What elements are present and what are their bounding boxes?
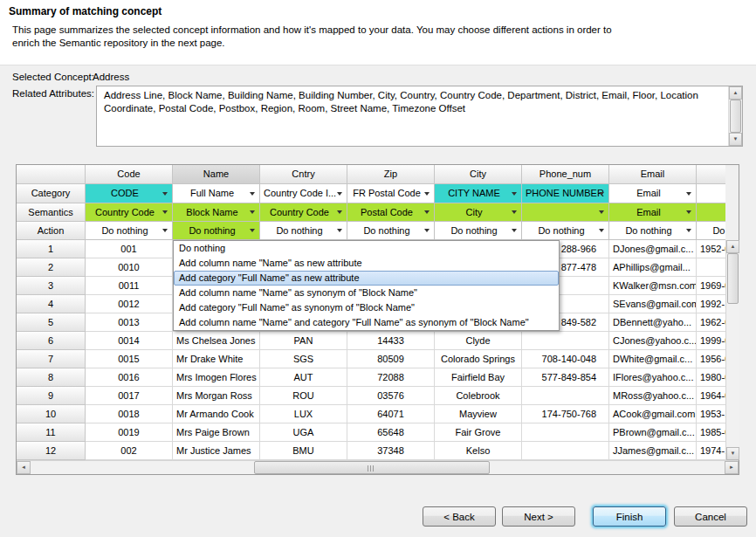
- column-header-name: Name: [173, 165, 260, 184]
- category-combo-zip[interactable]: FR Postal Code: [347, 184, 435, 203]
- chevron-down-icon: [162, 229, 168, 232]
- column-header-cntry: Cntry: [260, 165, 347, 184]
- chevron-down-icon: [337, 210, 342, 214]
- related-attributes-text: Address Line, Block Name, Building Name,…: [104, 89, 721, 115]
- cell-zip: 65648: [347, 423, 435, 442]
- row-number: 10: [17, 405, 86, 423]
- cell-phone: [522, 332, 609, 350]
- action-combo-zip[interactable]: Do nothing: [347, 222, 435, 240]
- semantics-combo-code[interactable]: Country Code: [86, 203, 173, 222]
- action-combo-cntry[interactable]: Do nothing: [260, 222, 347, 240]
- cell-zip: 37348: [347, 442, 435, 460]
- cell-city: Colebrook: [435, 387, 522, 405]
- selected-concept-label: Selected Concept:: [12, 72, 94, 82]
- action-combo-email[interactable]: Do nothing: [609, 222, 697, 240]
- cell-name: Mr Justice James: [173, 442, 260, 460]
- semantics-combo-cntry[interactable]: Country Code: [260, 203, 347, 222]
- action-combo-code[interactable]: Do nothing: [86, 222, 173, 240]
- cell-phone: [522, 387, 609, 405]
- scroll-down-icon[interactable]: [726, 447, 739, 460]
- scroll-right-icon[interactable]: [725, 461, 739, 474]
- corner-cell: [17, 165, 86, 184]
- scroll-up-icon[interactable]: [726, 240, 739, 253]
- cell-city: Kelso: [435, 442, 522, 460]
- cell-name: Mrs Paige Brown: [173, 423, 260, 442]
- cell-country: SGS: [260, 350, 347, 368]
- category-combo-name[interactable]: Full Name: [173, 184, 260, 203]
- cell-code: 0012: [86, 295, 173, 313]
- row-number: 11: [17, 423, 86, 442]
- cell-email: IFlores@yahoo.c...: [609, 368, 697, 387]
- attributes-scrollbar[interactable]: [728, 86, 742, 146]
- cell-email: JJames@gmail.c...: [609, 442, 697, 460]
- cell-email: DJones@gmail.c...: [609, 240, 697, 258]
- chevron-down-icon: [599, 229, 604, 232]
- cell-phone: 708-140-048: [522, 350, 609, 368]
- cell-email: PBrown@gmail.c...: [609, 423, 697, 442]
- table-hscrollbar[interactable]: [17, 460, 739, 474]
- chevron-down-icon: [599, 192, 604, 196]
- cell-name: Ms Chelsea Jones: [173, 332, 260, 350]
- menu-item[interactable]: Add column name "Name" and category "Ful…: [174, 315, 559, 330]
- cell-extra: [697, 258, 725, 277]
- related-attributes-label: Related Attributes:: [12, 88, 94, 99]
- menu-item[interactable]: Add column name "Name" as synonym of "Bl…: [174, 286, 559, 300]
- cell-code: 001: [86, 240, 173, 258]
- cell-code: 0019: [86, 423, 173, 442]
- category-combo-city[interactable]: CITY NAME: [435, 184, 522, 203]
- semantics-combo-name[interactable]: Block Name: [173, 203, 260, 222]
- semantics-combo-city[interactable]: City: [435, 203, 522, 222]
- action-combo-city[interactable]: Do nothing: [435, 222, 522, 240]
- semantics-combo-zip[interactable]: Postal Code: [347, 203, 435, 222]
- scroll-up-icon[interactable]: [729, 86, 742, 100]
- chevron-down-icon: [686, 210, 691, 214]
- scroll-down-icon[interactable]: [729, 133, 742, 146]
- cell-extra: 1980-0: [697, 368, 725, 387]
- action-combo-name[interactable]: Do nothing: [173, 222, 260, 240]
- scrollbar-thumb[interactable]: [730, 100, 741, 133]
- semantics-combo-extra[interactable]: [697, 203, 725, 222]
- semantics-row: Semantics Country Code Block Name Countr…: [17, 203, 725, 222]
- cell-zip: 80509: [347, 350, 435, 368]
- category-combo-extra[interactable]: [697, 184, 725, 203]
- menu-item[interactable]: Add category "Full Name" as synonym of "…: [174, 300, 559, 315]
- cell-name: Mr Drake White: [173, 350, 260, 368]
- back-button[interactable]: < Back: [423, 506, 496, 527]
- column-header-zip: Zip: [347, 165, 435, 184]
- menu-item[interactable]: Add column name "Name" as new attribute: [174, 256, 559, 271]
- semantics-combo-email[interactable]: Email: [609, 203, 697, 222]
- chevron-down-icon: [424, 210, 430, 214]
- cell-extra: 1992-1: [697, 295, 725, 313]
- category-combo-email[interactable]: Email: [609, 184, 697, 203]
- cell-email: SEvans@gmail.com: [609, 295, 697, 313]
- menu-item[interactable]: Add category "Full Name" as new attribut…: [174, 271, 559, 286]
- cell-extra: 1962-0: [697, 313, 725, 332]
- action-combo-extra[interactable]: Do nothing: [697, 222, 725, 240]
- cell-email: APhillips@gmail...: [609, 258, 697, 277]
- wizard-header: Summary of matching concept This page su…: [0, 0, 756, 65]
- cell-extra: 1969-0: [697, 277, 725, 295]
- table-vscrollbar[interactable]: [725, 240, 739, 460]
- category-combo-code[interactable]: CODE: [86, 184, 173, 203]
- cell-code: 0016: [86, 368, 173, 387]
- table-row: 60014Ms Chelsea JonesPAN14433ClydeCJones…: [17, 332, 725, 350]
- cell-email: DWhite@gmail.c...: [609, 350, 697, 368]
- scrollbar-thumb[interactable]: [727, 253, 739, 304]
- scroll-left-icon[interactable]: [17, 461, 31, 474]
- cell-extra: 1953-1: [697, 405, 725, 423]
- page-title: Summary of matching concept: [9, 5, 162, 17]
- cell-city: Mayview: [435, 405, 522, 423]
- menu-item[interactable]: Do nothing: [174, 241, 559, 256]
- finish-button[interactable]: Finish: [593, 506, 666, 527]
- category-combo-cntry[interactable]: Country Code I...: [260, 184, 347, 203]
- next-button[interactable]: Next >: [502, 506, 575, 527]
- category-combo-phone[interactable]: PHONE NUMBER: [522, 184, 609, 203]
- cell-code: 0010: [86, 258, 173, 277]
- cell-country: BMU: [260, 442, 347, 460]
- cancel-button[interactable]: Cancel: [674, 506, 747, 527]
- chevron-down-icon: [424, 229, 430, 232]
- action-combo-phone[interactable]: Do nothing: [522, 222, 609, 240]
- semantics-combo-phone[interactable]: [522, 203, 609, 222]
- scrollbar-thumb[interactable]: [254, 461, 490, 474]
- row-number: 1: [17, 240, 86, 258]
